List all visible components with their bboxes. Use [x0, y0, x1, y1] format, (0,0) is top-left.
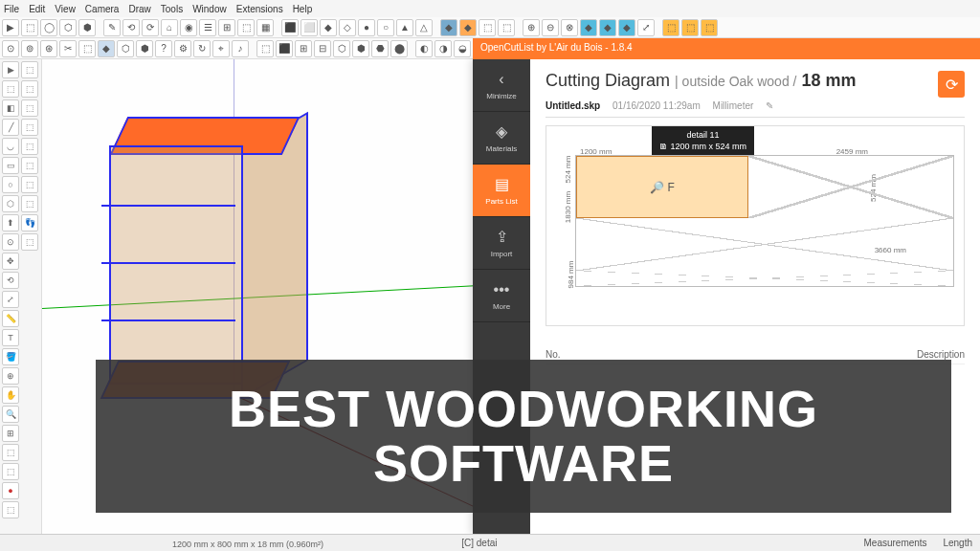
- tool-icon[interactable]: ⬚: [2, 501, 19, 518]
- pan-tool-icon[interactable]: ✋: [2, 386, 19, 404]
- tool-icon[interactable]: ◆: [599, 19, 616, 36]
- rect-tool-icon[interactable]: ▭: [2, 157, 19, 174]
- tool-icon[interactable]: ⬚: [21, 99, 38, 117]
- select-tool-icon[interactable]: ▶: [2, 61, 19, 78]
- tool-icon[interactable]: ⬚: [21, 195, 38, 212]
- tool-icon[interactable]: ⬡: [117, 40, 134, 57]
- tool-icon[interactable]: ⬢: [78, 19, 96, 36]
- tape-tool-icon[interactable]: 📏: [2, 310, 19, 327]
- tool-icon[interactable]: ⬚: [21, 61, 38, 78]
- part-f[interactable]: 🔎 F: [576, 156, 748, 218]
- text-tool-icon[interactable]: T: [2, 329, 19, 346]
- sidebar-import[interactable]: ⇪Import: [473, 217, 530, 270]
- tab-file[interactable]: Untitled.skp: [546, 100, 600, 111]
- tool-icon[interactable]: ⬚: [21, 119, 38, 136]
- tool-icon[interactable]: ⌂: [161, 19, 178, 36]
- tool-icon[interactable]: ♪: [232, 40, 249, 57]
- tool-icon[interactable]: ⊙: [2, 40, 19, 57]
- tool-icon[interactable]: ⊞: [218, 19, 235, 36]
- tool-icon[interactable]: ▲: [396, 19, 413, 36]
- tool-icon[interactable]: ⬡: [59, 19, 77, 36]
- tool-icon[interactable]: △: [415, 19, 433, 36]
- tool-icon[interactable]: ⬚: [256, 40, 274, 57]
- tool-icon[interactable]: ⬚: [662, 19, 679, 36]
- tool-icon[interactable]: ▦: [256, 19, 274, 36]
- orbit-tool-icon[interactable]: ⊕: [2, 367, 19, 385]
- tool-icon[interactable]: ⟳: [142, 19, 159, 36]
- tool-icon[interactable]: ◆: [618, 19, 635, 36]
- tool-icon[interactable]: ⊞: [295, 40, 312, 57]
- polygon-tool-icon[interactable]: ⬡: [2, 195, 19, 212]
- tool-icon[interactable]: ⬣: [371, 40, 389, 57]
- circle-tool-icon[interactable]: ○: [2, 176, 19, 193]
- pushpull-tool-icon[interactable]: ⬆: [2, 214, 19, 231]
- rotate-tool-icon[interactable]: ⟲: [2, 272, 19, 289]
- tool-icon[interactable]: ⊛: [40, 40, 57, 57]
- tool-icon[interactable]: ⊞: [2, 425, 19, 442]
- tool-icon[interactable]: ⊖: [542, 19, 559, 36]
- tool-icon[interactable]: 👣: [21, 214, 38, 231]
- tool-icon[interactable]: ⬚: [701, 19, 718, 36]
- tool-icon[interactable]: ☰: [199, 19, 216, 36]
- tool-icon[interactable]: ◇: [339, 19, 356, 36]
- sidebar-more[interactable]: •••More: [473, 270, 530, 322]
- tool-icon[interactable]: ⊕: [523, 19, 540, 36]
- eraser-tool-icon[interactable]: ◧: [2, 99, 19, 117]
- tool-icon[interactable]: ⟲: [122, 19, 140, 36]
- tool-icon[interactable]: ⌖: [212, 40, 230, 57]
- tool-icon[interactable]: ?: [155, 40, 172, 57]
- tool-icon[interactable]: ⬚: [78, 40, 96, 57]
- tool-icon[interactable]: ◆: [580, 19, 597, 36]
- tool-icon[interactable]: ⬢: [352, 40, 369, 57]
- tool-icon[interactable]: ✎: [103, 19, 121, 36]
- sidebar-minimize[interactable]: ‹Minimize: [473, 59, 530, 112]
- refresh-button[interactable]: ⟳: [938, 71, 965, 98]
- cutting-diagram[interactable]: detail 11 🗎 1200 mm x 524 mm 1200 mm 245…: [546, 125, 965, 326]
- tool-icon[interactable]: ⬚: [21, 138, 38, 155]
- paint-tool-icon[interactable]: 🪣: [2, 348, 19, 365]
- tool-icon[interactable]: ●: [358, 19, 375, 36]
- menu-tools[interactable]: Tools: [161, 4, 183, 14]
- tool-icon[interactable]: ⬚: [237, 19, 255, 36]
- move-tool-icon[interactable]: ✥: [2, 253, 19, 270]
- menu-window[interactable]: Window: [192, 4, 227, 14]
- tool-icon[interactable]: ⬚: [21, 233, 38, 251]
- menu-draw[interactable]: Draw: [128, 4, 150, 14]
- tool-icon[interactable]: ◆: [459, 19, 477, 36]
- sidebar-parts-list[interactable]: ▤Parts List: [473, 165, 530, 217]
- tool-icon[interactable]: ⬚: [21, 80, 38, 98]
- tool-icon[interactable]: ⬚: [2, 463, 19, 480]
- tool-icon[interactable]: ✂: [59, 40, 77, 57]
- tool-icon[interactable]: ⊗: [561, 19, 578, 36]
- zoom-tool-icon[interactable]: 🔍: [2, 406, 19, 423]
- tool-icon[interactable]: ⬡: [333, 40, 350, 57]
- tab-edit-icon[interactable]: ✎: [766, 100, 773, 111]
- tool-icon[interactable]: ●: [2, 482, 19, 499]
- menu-edit[interactable]: Edit: [29, 4, 45, 14]
- tool-icon[interactable]: ⤢: [637, 19, 655, 36]
- panel-titlebar[interactable]: OpenCutList by L'Air du Bois - 1.8.4: [473, 38, 980, 59]
- tool-icon[interactable]: ↻: [193, 40, 211, 57]
- tool-icon[interactable]: ⬜: [301, 19, 318, 36]
- cabinet-model[interactable]: [119, 117, 291, 394]
- scale-tool-icon[interactable]: ⤢: [2, 291, 19, 308]
- tool-icon[interactable]: ⬚: [681, 19, 699, 36]
- tool-icon[interactable]: ◉: [180, 19, 197, 36]
- tool-icon[interactable]: ◆: [98, 40, 115, 57]
- tool-icon[interactable]: ⚙: [174, 40, 191, 57]
- menu-extensions[interactable]: Extensions: [236, 4, 283, 14]
- tool-icon[interactable]: ⬚: [498, 19, 515, 36]
- sidebar-materials[interactable]: ◈Materials: [473, 112, 530, 165]
- tool-icon[interactable]: ⬛: [276, 40, 293, 57]
- tool-icon[interactable]: ⬚: [2, 444, 19, 461]
- tool-icon[interactable]: ◐: [415, 40, 433, 57]
- menu-file[interactable]: File: [4, 4, 19, 14]
- tool-icon[interactable]: ⬚: [21, 19, 38, 36]
- tool-icon[interactable]: ◆: [440, 19, 457, 36]
- menu-view[interactable]: View: [55, 4, 76, 14]
- menu-help[interactable]: Help: [293, 4, 313, 14]
- arc-tool-icon[interactable]: ◡: [2, 138, 19, 155]
- tool-icon[interactable]: ⬤: [390, 40, 408, 57]
- tool-icon[interactable]: ⬢: [136, 40, 153, 57]
- tool-icon[interactable]: ⬚: [479, 19, 496, 36]
